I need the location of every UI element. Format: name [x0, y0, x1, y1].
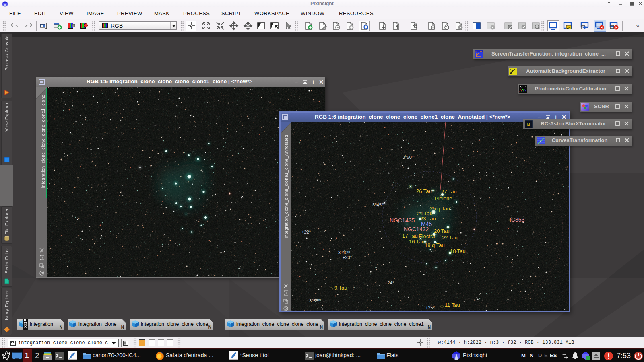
svg-text:+22°: +22° [301, 230, 311, 234]
svg-text:25 η Tau: 25 η Tau [430, 206, 450, 212]
svg-text:26 Tau: 26 Tau [416, 188, 432, 194]
svg-text:16 Tau: 16 Tau [409, 239, 425, 245]
svg-text:NGC1432: NGC1432 [404, 226, 429, 232]
svg-text:+24°: +24° [385, 280, 394, 285]
svg-text:+23°: +23° [343, 255, 352, 260]
svg-text:11 Tau: 11 Tau [445, 302, 460, 308]
svg-text:19 q Tau: 19 q Tau [425, 242, 445, 248]
svg-text:18 Tau: 18 Tau [450, 248, 466, 254]
svg-text:9 Tau: 9 Tau [334, 285, 347, 291]
svg-text:24: 24 [567, 26, 571, 29]
svg-text:+25°: +25° [425, 305, 435, 310]
svg-text:22 Tau: 22 Tau [442, 234, 458, 241]
svg-text:27 Tau: 27 Tau [441, 189, 457, 195]
svg-text:NGC1435: NGC1435 [390, 217, 415, 224]
svg-text:17 Tau: 17 Tau [402, 233, 418, 239]
svg-text:IC353: IC353 [510, 216, 525, 223]
svg-text:Pleione: Pleione [435, 195, 452, 202]
svg-text:20 Tau: 20 Tau [434, 228, 450, 234]
svg-text:B: B [527, 122, 530, 127]
